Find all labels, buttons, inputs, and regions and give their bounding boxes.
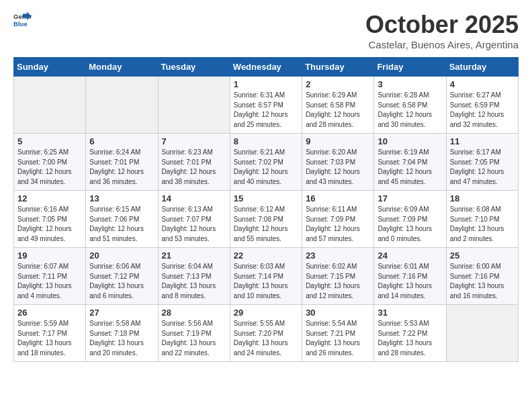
header-thursday: Thursday [302, 58, 374, 77]
day-info: Sunrise: 6:06 AM Sunset: 7:12 PM Dayligh… [89, 262, 154, 301]
location-title: Castelar, Buenos Aires, Argentina [365, 39, 519, 50]
day-info: Sunrise: 6:11 AM Sunset: 7:09 PM Dayligh… [306, 205, 370, 244]
calendar-week-row: 12Sunrise: 6:16 AM Sunset: 7:05 PM Dayli… [14, 191, 519, 248]
table-row: 13Sunrise: 6:15 AM Sunset: 7:06 PM Dayli… [86, 191, 158, 248]
table-row: 16Sunrise: 6:11 AM Sunset: 7:09 PM Dayli… [302, 191, 374, 248]
logo: General Blue [13, 11, 32, 30]
day-number: 19 [17, 250, 82, 261]
table-row: 26Sunrise: 5:59 AM Sunset: 7:17 PM Dayli… [14, 305, 86, 362]
table-row: 5Sunrise: 6:25 AM Sunset: 7:00 PM Daylig… [14, 134, 86, 191]
day-number: 28 [162, 308, 226, 318]
day-info: Sunrise: 6:01 AM Sunset: 7:16 PM Dayligh… [378, 262, 442, 301]
day-info: Sunrise: 6:31 AM Sunset: 6:57 PM Dayligh… [234, 91, 298, 130]
day-info: Sunrise: 6:08 AM Sunset: 7:10 PM Dayligh… [450, 205, 515, 244]
day-info: Sunrise: 6:13 AM Sunset: 7:07 PM Dayligh… [162, 205, 226, 244]
table-row: 6Sunrise: 6:24 AM Sunset: 7:01 PM Daylig… [86, 134, 158, 191]
day-number: 21 [162, 250, 226, 261]
day-number: 29 [234, 308, 298, 318]
day-info: Sunrise: 5:53 AM Sunset: 7:22 PM Dayligh… [378, 319, 442, 358]
table-row: 20Sunrise: 6:06 AM Sunset: 7:12 PM Dayli… [86, 248, 158, 305]
day-info: Sunrise: 6:12 AM Sunset: 7:08 PM Dayligh… [234, 205, 298, 244]
day-number: 8 [234, 136, 298, 146]
logo-icon: General Blue [13, 11, 32, 30]
svg-text:Blue: Blue [13, 20, 28, 28]
header-sunday: Sunday [14, 58, 86, 77]
day-info: Sunrise: 6:28 AM Sunset: 6:58 PM Dayligh… [378, 91, 442, 130]
day-info: Sunrise: 5:54 AM Sunset: 7:21 PM Dayligh… [306, 319, 370, 358]
day-info: Sunrise: 6:24 AM Sunset: 7:01 PM Dayligh… [89, 148, 154, 187]
table-row: 27Sunrise: 5:58 AM Sunset: 7:18 PM Dayli… [86, 305, 158, 362]
table-row: 19Sunrise: 6:07 AM Sunset: 7:11 PM Dayli… [14, 248, 86, 305]
day-number: 4 [450, 79, 515, 89]
header-monday: Monday [86, 58, 158, 77]
table-row: 30Sunrise: 5:54 AM Sunset: 7:21 PM Dayli… [302, 305, 374, 362]
title-area: October 2025 Castelar, Buenos Aires, Arg… [365, 11, 519, 50]
day-number: 31 [378, 308, 442, 318]
table-row: 18Sunrise: 6:08 AM Sunset: 7:10 PM Dayli… [446, 191, 518, 248]
day-number: 11 [450, 136, 515, 146]
page-header: General Blue October 2025 Castelar, Buen… [13, 11, 519, 50]
day-info: Sunrise: 6:02 AM Sunset: 7:15 PM Dayligh… [306, 262, 370, 301]
day-number: 17 [378, 193, 442, 203]
day-number: 9 [306, 136, 370, 146]
day-number: 27 [89, 308, 154, 318]
day-info: Sunrise: 6:23 AM Sunset: 7:01 PM Dayligh… [162, 148, 226, 187]
header-tuesday: Tuesday [158, 58, 230, 77]
day-info: Sunrise: 6:04 AM Sunset: 7:13 PM Dayligh… [162, 262, 226, 301]
calendar-table: Sunday Monday Tuesday Wednesday Thursday… [13, 57, 519, 362]
table-row: 8Sunrise: 6:21 AM Sunset: 7:02 PM Daylig… [230, 134, 302, 191]
table-row: 28Sunrise: 5:56 AM Sunset: 7:19 PM Dayli… [158, 305, 230, 362]
table-row: 23Sunrise: 6:02 AM Sunset: 7:15 PM Dayli… [302, 248, 374, 305]
day-info: Sunrise: 6:16 AM Sunset: 7:05 PM Dayligh… [17, 205, 82, 244]
table-row: 1Sunrise: 6:31 AM Sunset: 6:57 PM Daylig… [230, 77, 302, 134]
table-row: 4Sunrise: 6:27 AM Sunset: 6:59 PM Daylig… [446, 77, 518, 134]
table-row: 17Sunrise: 6:09 AM Sunset: 7:09 PM Dayli… [374, 191, 446, 248]
day-number: 18 [450, 193, 515, 203]
day-number: 16 [306, 193, 370, 203]
table-row: 3Sunrise: 6:28 AM Sunset: 6:58 PM Daylig… [374, 77, 446, 134]
table-row: 31Sunrise: 5:53 AM Sunset: 7:22 PM Dayli… [374, 305, 446, 362]
table-row: 15Sunrise: 6:12 AM Sunset: 7:08 PM Dayli… [230, 191, 302, 248]
day-info: Sunrise: 6:27 AM Sunset: 6:59 PM Dayligh… [450, 91, 515, 130]
table-row: 12Sunrise: 6:16 AM Sunset: 7:05 PM Dayli… [14, 191, 86, 248]
day-info: Sunrise: 6:00 AM Sunset: 7:16 PM Dayligh… [450, 262, 515, 301]
day-info: Sunrise: 6:17 AM Sunset: 7:05 PM Dayligh… [450, 148, 515, 187]
day-number: 7 [162, 136, 226, 146]
table-row: 25Sunrise: 6:00 AM Sunset: 7:16 PM Dayli… [446, 248, 518, 305]
day-number: 12 [17, 193, 82, 203]
table-row: 9Sunrise: 6:20 AM Sunset: 7:03 PM Daylig… [302, 134, 374, 191]
table-row: 21Sunrise: 6:04 AM Sunset: 7:13 PM Dayli… [158, 248, 230, 305]
day-info: Sunrise: 5:59 AM Sunset: 7:17 PM Dayligh… [17, 319, 82, 358]
day-info: Sunrise: 5:56 AM Sunset: 7:19 PM Dayligh… [162, 319, 226, 358]
day-info: Sunrise: 6:21 AM Sunset: 7:02 PM Dayligh… [234, 148, 298, 187]
calendar-week-row: 5Sunrise: 6:25 AM Sunset: 7:00 PM Daylig… [14, 134, 519, 191]
day-number: 24 [378, 250, 442, 261]
table-row: 10Sunrise: 6:19 AM Sunset: 7:04 PM Dayli… [374, 134, 446, 191]
header-saturday: Saturday [446, 58, 518, 77]
month-title: October 2025 [365, 11, 519, 39]
calendar-week-row: 26Sunrise: 5:59 AM Sunset: 7:17 PM Dayli… [14, 305, 519, 362]
table-row [158, 77, 230, 134]
table-row [86, 77, 158, 134]
day-info: Sunrise: 6:20 AM Sunset: 7:03 PM Dayligh… [306, 148, 370, 187]
day-number: 2 [306, 79, 370, 89]
header-wednesday: Wednesday [230, 58, 302, 77]
day-info: Sunrise: 6:07 AM Sunset: 7:11 PM Dayligh… [17, 262, 82, 301]
table-row: 24Sunrise: 6:01 AM Sunset: 7:16 PM Dayli… [374, 248, 446, 305]
day-info: Sunrise: 6:15 AM Sunset: 7:06 PM Dayligh… [89, 205, 154, 244]
day-number: 25 [450, 250, 515, 261]
day-number: 30 [306, 308, 370, 318]
day-number: 26 [17, 308, 82, 318]
table-row: 7Sunrise: 6:23 AM Sunset: 7:01 PM Daylig… [158, 134, 230, 191]
day-number: 14 [162, 193, 226, 203]
day-info: Sunrise: 6:09 AM Sunset: 7:09 PM Dayligh… [378, 205, 442, 244]
day-number: 20 [89, 250, 154, 261]
day-info: Sunrise: 6:19 AM Sunset: 7:04 PM Dayligh… [378, 148, 442, 187]
table-row: 14Sunrise: 6:13 AM Sunset: 7:07 PM Dayli… [158, 191, 230, 248]
day-number: 13 [89, 193, 154, 203]
day-info: Sunrise: 6:29 AM Sunset: 6:58 PM Dayligh… [306, 91, 370, 130]
day-number: 23 [306, 250, 370, 261]
calendar-week-row: 19Sunrise: 6:07 AM Sunset: 7:11 PM Dayli… [14, 248, 519, 305]
day-info: Sunrise: 6:03 AM Sunset: 7:14 PM Dayligh… [234, 262, 298, 301]
day-info: Sunrise: 5:55 AM Sunset: 7:20 PM Dayligh… [234, 319, 298, 358]
